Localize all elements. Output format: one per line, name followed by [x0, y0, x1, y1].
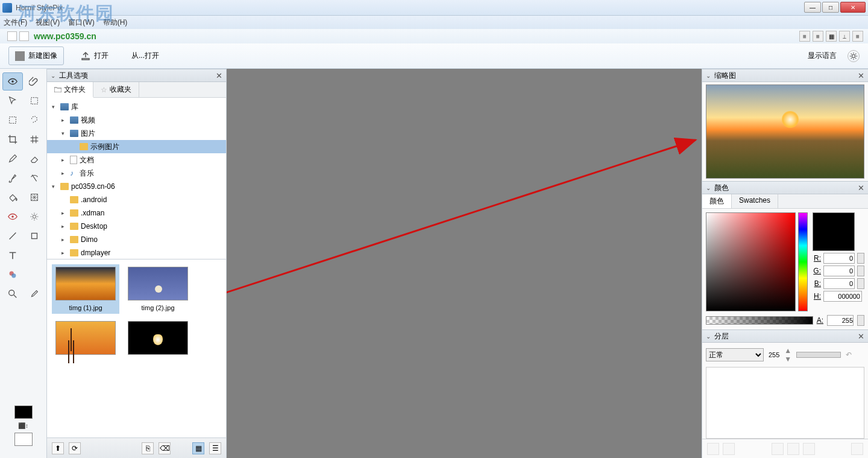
foreground-color-swatch[interactable] — [14, 406, 33, 419]
layers-list[interactable] — [706, 367, 864, 439]
panel-toggle-1-icon[interactable]: ≡ — [799, 31, 810, 42]
thumbnail-view-icon[interactable]: ▦ — [192, 442, 204, 454]
import-icon[interactable]: ⎘ — [142, 442, 154, 454]
redeye-tool[interactable] — [2, 208, 23, 226]
line-tool[interactable] — [2, 227, 23, 245]
chevron-down-icon[interactable]: ⌄ — [706, 333, 711, 340]
opacity-slider[interactable] — [796, 352, 841, 358]
tree-arrow-icon[interactable]: ▾ — [52, 104, 58, 110]
tab-favorites[interactable]: ☆ 收藏夹 — [93, 82, 139, 97]
tree-item[interactable]: ▸Dimo — [47, 233, 226, 246]
dropdown-icon-1[interactable] — [7, 31, 17, 41]
tree-item[interactable]: ▾图片 — [47, 127, 226, 140]
panel-toggle-3-icon[interactable]: ▦ — [826, 31, 837, 42]
shape-tool[interactable] — [24, 227, 45, 245]
tree-item[interactable]: ▸文档 — [47, 153, 226, 167]
new-group-icon[interactable] — [723, 443, 735, 455]
tree-item[interactable]: ▸♪音乐 — [47, 167, 226, 180]
spinner-icon[interactable] — [857, 253, 864, 264]
tab-swatches[interactable]: Swatches — [732, 194, 778, 208]
brush-tool[interactable] — [2, 169, 23, 187]
hue-slider[interactable] — [798, 212, 808, 311]
menu-file[interactable]: 文件(F) — [4, 17, 27, 28]
gradient-tool[interactable] — [2, 266, 23, 284]
background-color-swatch[interactable] — [14, 433, 33, 446]
tree-arrow-icon[interactable]: ▸ — [61, 237, 68, 243]
tree-arrow-icon[interactable]: ▸ — [61, 157, 68, 163]
r-input[interactable] — [823, 253, 855, 264]
marquee2-tool[interactable] — [2, 111, 23, 129]
zoom-tool[interactable] — [2, 285, 23, 303]
eye-tool[interactable] — [2, 72, 23, 91]
tree-arrow-icon[interactable]: ▸ — [61, 223, 68, 229]
tree-item[interactable]: ▸视频 — [47, 113, 226, 127]
close-button[interactable]: ✕ — [840, 2, 866, 13]
thumbnail-preview[interactable] — [706, 84, 864, 179]
alpha-slider[interactable] — [706, 316, 813, 325]
delete-layer-icon[interactable] — [803, 443, 815, 455]
pattern-tool[interactable] — [24, 188, 45, 206]
panel-toggle-5-icon[interactable]: ≡ — [852, 31, 863, 42]
tree-item[interactable]: ▸.xdman — [47, 206, 226, 220]
open-button[interactable]: 打开 — [75, 47, 115, 65]
close-panel-icon[interactable]: ✕ — [216, 71, 222, 80]
up-folder-icon[interactable]: ⬆ — [52, 442, 64, 454]
tree-arrow-icon[interactable]: ▸ — [61, 250, 68, 256]
thumbnail-item[interactable] — [52, 319, 119, 361]
tree-arrow-icon[interactable]: ▾ — [52, 183, 58, 189]
alpha-input[interactable] — [827, 315, 854, 326]
maximize-button[interactable]: □ — [822, 2, 839, 13]
layer-props-icon[interactable] — [851, 443, 863, 455]
new-image-button[interactable]: 新建图像 — [8, 46, 64, 65]
tree-item[interactable]: ▾pc0359.cn-06 — [47, 180, 226, 193]
list-view-icon[interactable]: ☰ — [209, 442, 221, 454]
new-layer-icon[interactable] — [707, 443, 719, 455]
grid-tool[interactable] — [24, 130, 45, 148]
canvas-area[interactable] — [227, 69, 702, 458]
chevron-down-icon[interactable]: ⌄ — [51, 72, 55, 79]
tree-arrow-icon[interactable]: ▸ — [61, 210, 68, 216]
clone-tool[interactable] — [24, 169, 45, 187]
display-language-label[interactable]: 显示语言 — [808, 51, 837, 61]
tree-item[interactable]: ▸Desktop — [47, 220, 226, 233]
panel-toggle-4-icon[interactable]: ⟂ — [839, 31, 850, 42]
tree-arrow-icon[interactable]: ▸ — [61, 117, 68, 123]
saturation-value-picker[interactable] — [706, 212, 796, 311]
g-input[interactable] — [823, 266, 855, 276]
delete-icon[interactable]: ⌫ — [159, 442, 171, 454]
text-tool[interactable] — [2, 246, 23, 264]
duplicate-layer-icon[interactable] — [772, 443, 784, 455]
crop-tool[interactable] — [2, 130, 23, 148]
blend-mode-select[interactable]: 正常 — [706, 348, 764, 361]
lasso-tool[interactable] — [24, 111, 45, 129]
thumbnail-item[interactable] — [124, 319, 192, 361]
b-input[interactable] — [823, 278, 855, 289]
tree-item[interactable]: .android — [47, 193, 226, 206]
panel-toggle-2-icon[interactable]: ≡ — [813, 31, 823, 42]
eyedropper-tool[interactable] — [24, 285, 45, 303]
merge-down-icon[interactable] — [787, 443, 799, 455]
undo-icon[interactable]: ↶ — [846, 351, 852, 359]
bucket-tool[interactable] — [2, 188, 23, 206]
menu-help[interactable]: 帮助(H) — [103, 17, 128, 28]
dropdown-icon-2[interactable] — [19, 31, 29, 41]
pointer-tool[interactable] — [2, 92, 23, 110]
menu-view[interactable]: 视图(V) — [36, 17, 60, 28]
refresh-icon[interactable]: ⟳ — [69, 442, 81, 454]
eraser-tool[interactable] — [24, 150, 45, 168]
thumbnail-item[interactable]: timg (1).jpg — [52, 264, 119, 314]
thumbnail-item[interactable]: timg (2).jpg — [124, 264, 192, 314]
tree-arrow-icon[interactable]: ▾ — [61, 130, 68, 136]
attach-tool[interactable] — [24, 72, 45, 91]
close-panel-icon[interactable]: ✕ — [858, 71, 864, 80]
marquee-tool[interactable] — [24, 92, 45, 110]
menu-window[interactable]: 窗口(W) — [68, 17, 94, 28]
minimize-button[interactable]: — — [804, 2, 821, 13]
close-panel-icon[interactable]: ✕ — [858, 183, 864, 192]
spinner-icon[interactable] — [857, 278, 864, 289]
swap-colors-icon[interactable]: ⬛↕ — [18, 422, 28, 429]
tab-color[interactable]: 颜色 — [702, 194, 732, 208]
light-tool[interactable] — [24, 208, 45, 226]
chevron-down-icon[interactable]: ⌄ — [706, 185, 711, 191]
tab-folder[interactable]: 文件夹 — [47, 82, 93, 98]
